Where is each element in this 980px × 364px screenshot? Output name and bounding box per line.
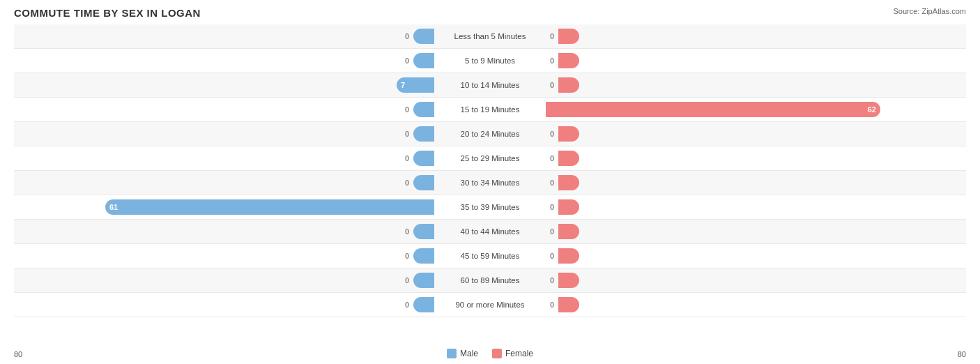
- bar-female-value: 0: [546, 32, 558, 40]
- bar-male-value: 0: [401, 252, 413, 260]
- bar-female: [558, 53, 579, 68]
- bar-male-value: 0: [401, 276, 413, 285]
- bar-female: 62: [546, 102, 880, 117]
- male-side: 0: [14, 29, 434, 44]
- male-side: 0: [14, 248, 434, 264]
- bar-male-value: 0: [401, 301, 413, 309]
- male-side: 0: [14, 126, 434, 142]
- female-side: 0: [546, 126, 966, 142]
- bar-male-value: 0: [401, 32, 413, 40]
- bar-male: [413, 297, 434, 312]
- legend-male: Male: [447, 349, 478, 358]
- chart-row: 025 to 29 Minutes0: [14, 146, 966, 171]
- male-side: 0: [14, 102, 434, 117]
- bar-female: [558, 126, 579, 142]
- legend: Male Female: [0, 349, 980, 358]
- bar-female-value: 0: [546, 81, 558, 89]
- bar-female: [558, 29, 579, 44]
- bar-female-value: 0: [546, 130, 558, 138]
- bar-male-value: 0: [401, 227, 413, 236]
- female-side: 0: [546, 151, 966, 166]
- bar-male: [413, 126, 434, 142]
- female-side: 0: [546, 199, 966, 215]
- row-label: 35 to 39 Minutes: [434, 203, 546, 211]
- chart-row: 030 to 34 Minutes0: [14, 171, 966, 195]
- chart-container: COMMUTE TIME BY SEX IN LOGAN Source: Zip…: [0, 0, 980, 364]
- row-label: Less than 5 Minutes: [434, 32, 546, 40]
- bar-male: [413, 53, 434, 68]
- chart-row: 6135 to 39 Minutes0: [14, 195, 966, 220]
- bar-female: [558, 151, 579, 166]
- row-label: 40 to 44 Minutes: [434, 227, 546, 236]
- bar-female: [558, 224, 579, 239]
- row-label: 15 to 19 Minutes: [434, 105, 546, 114]
- bar-female-value: 0: [546, 301, 558, 309]
- row-label: 20 to 24 Minutes: [434, 130, 546, 138]
- legend-female-label: Female: [505, 349, 533, 358]
- bar-female-value: 0: [546, 154, 558, 162]
- bar-male-value: 0: [401, 130, 413, 138]
- female-side: 0: [546, 29, 966, 44]
- female-side: 0: [546, 175, 966, 190]
- bar-male: [413, 29, 434, 44]
- bar-female-value: 0: [546, 203, 558, 211]
- row-label: 90 or more Minutes: [434, 301, 546, 309]
- male-side: 0: [14, 53, 434, 68]
- bar-female-value: 0: [546, 227, 558, 236]
- bar-male-value: 0: [401, 105, 413, 114]
- row-label: 25 to 29 Minutes: [434, 154, 546, 162]
- bar-male: [413, 102, 434, 117]
- bar-female: [558, 175, 579, 190]
- row-label: 30 to 34 Minutes: [434, 179, 546, 187]
- legend-male-label: Male: [460, 349, 478, 358]
- bar-female-value: 62: [864, 105, 880, 114]
- bar-female: [558, 273, 579, 288]
- female-side: 0: [546, 297, 966, 312]
- bar-male-value: 7: [397, 81, 409, 89]
- bar-male: [413, 273, 434, 288]
- legend-male-box: [447, 349, 457, 358]
- male-side: 0: [14, 175, 434, 190]
- chart-row: 090 or more Minutes0: [14, 293, 966, 317]
- female-side: 62: [546, 102, 966, 117]
- bar-male: 61: [105, 199, 434, 215]
- bar-male: [413, 248, 434, 264]
- chart-row: 710 to 14 Minutes0: [14, 73, 966, 98]
- row-label: 60 to 89 Minutes: [434, 276, 546, 285]
- bar-female-value: 0: [546, 276, 558, 285]
- chart-row: 040 to 44 Minutes0: [14, 220, 966, 244]
- bar-male: 7: [397, 77, 434, 93]
- bar-female-value: 0: [546, 252, 558, 260]
- bar-male-value: 0: [401, 56, 413, 65]
- chart-row: 060 to 89 Minutes0: [14, 268, 966, 293]
- bar-female-value: 0: [546, 179, 558, 187]
- male-side: 61: [14, 199, 434, 215]
- chart-row: 05 to 9 Minutes0: [14, 49, 966, 73]
- bar-male: [413, 175, 434, 190]
- chart-row: 015 to 19 Minutes62: [14, 98, 966, 122]
- female-side: 0: [546, 53, 966, 68]
- bar-male-value: 61: [105, 203, 122, 211]
- bar-male: [413, 224, 434, 239]
- female-side: 0: [546, 224, 966, 239]
- female-side: 0: [546, 248, 966, 264]
- source-label: Source: ZipAtlas.com: [893, 7, 966, 15]
- male-side: 0: [14, 151, 434, 166]
- chart-row: 020 to 24 Minutes0: [14, 122, 966, 146]
- legend-female: Female: [492, 349, 533, 358]
- male-side: 0: [14, 297, 434, 312]
- bar-female: [558, 77, 579, 93]
- chart-row: 0Less than 5 Minutes0: [14, 24, 966, 49]
- row-label: 10 to 14 Minutes: [434, 81, 546, 89]
- chart-area: 0Less than 5 Minutes005 to 9 Minutes0710…: [14, 24, 966, 312]
- female-side: 0: [546, 273, 966, 288]
- bar-male-value: 0: [401, 154, 413, 162]
- bar-female-value: 0: [546, 56, 558, 65]
- chart-title: COMMUTE TIME BY SEX IN LOGAN: [14, 7, 966, 19]
- bar-male-value: 0: [401, 179, 413, 187]
- male-side: 0: [14, 224, 434, 239]
- row-label: 5 to 9 Minutes: [434, 56, 546, 65]
- bar-female: [558, 199, 579, 215]
- male-side: 7: [14, 77, 434, 93]
- male-side: 0: [14, 273, 434, 288]
